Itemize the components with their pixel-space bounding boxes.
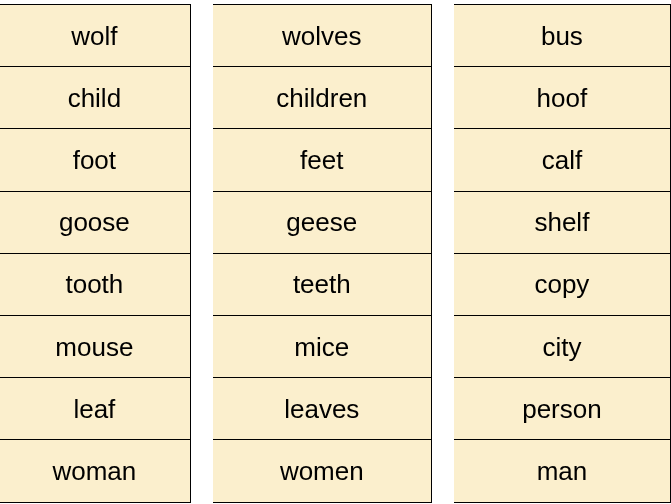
word-cell: man xyxy=(454,440,670,502)
word-cell: wolf xyxy=(0,5,190,67)
word-cell: mice xyxy=(213,316,431,378)
word-cell: feet xyxy=(213,129,431,191)
word-cell: person xyxy=(454,378,670,440)
word-cell: copy xyxy=(454,254,670,316)
word-cell: wolves xyxy=(213,5,431,67)
word-table: wolf child foot goose tooth mouse leaf w… xyxy=(0,0,671,503)
word-cell: child xyxy=(0,67,190,129)
column-1: wolf child foot goose tooth mouse leaf w… xyxy=(0,4,191,503)
word-cell: teeth xyxy=(213,254,431,316)
word-cell: calf xyxy=(454,129,670,191)
word-cell: city xyxy=(454,316,670,378)
column-2: wolves children feet geese teeth mice le… xyxy=(213,4,432,503)
word-cell: goose xyxy=(0,192,190,254)
word-cell: leaf xyxy=(0,378,190,440)
word-cell: tooth xyxy=(0,254,190,316)
word-cell: bus xyxy=(454,5,670,67)
column-3: bus hoof calf shelf copy city person man xyxy=(454,4,671,503)
word-cell: foot xyxy=(0,129,190,191)
word-cell: women xyxy=(213,440,431,502)
word-cell: mouse xyxy=(0,316,190,378)
word-cell: hoof xyxy=(454,67,670,129)
word-cell: woman xyxy=(0,440,190,502)
word-cell: children xyxy=(213,67,431,129)
word-cell: geese xyxy=(213,192,431,254)
word-cell: leaves xyxy=(213,378,431,440)
word-cell: shelf xyxy=(454,192,670,254)
